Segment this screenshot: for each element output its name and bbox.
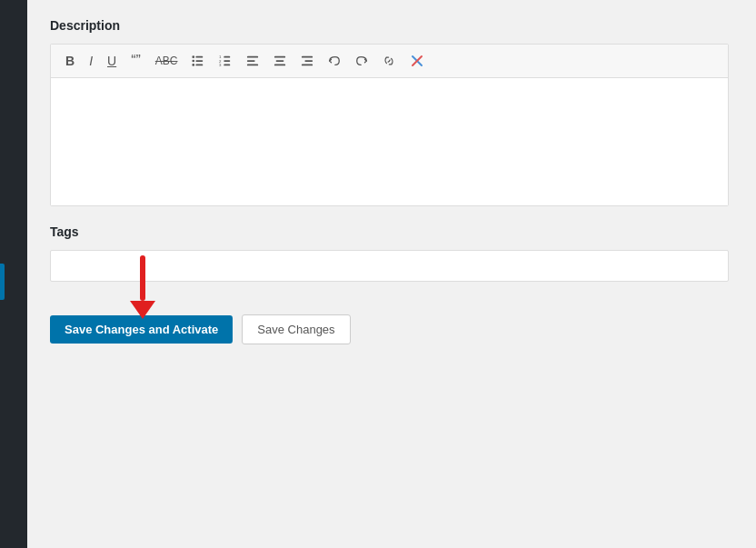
strikethrough-button[interactable]: ABC (150, 52, 184, 70)
tags-label: Tags (50, 224, 729, 239)
svg-rect-7 (224, 60, 231, 62)
arrow-indicator (130, 255, 155, 319)
arrow-line (140, 255, 145, 301)
align-center-button[interactable] (268, 51, 292, 71)
clear-format-icon (410, 54, 424, 68)
svg-rect-17 (274, 65, 285, 66)
svg-rect-2 (196, 65, 204, 66)
clear-format-button[interactable] (404, 50, 430, 72)
bold-button[interactable]: B (60, 51, 80, 71)
undo-button[interactable] (323, 51, 346, 71)
svg-point-5 (193, 64, 195, 66)
redo-icon (355, 55, 368, 67)
strikethrough-icon: ABC (155, 55, 178, 66)
svg-rect-6 (224, 56, 231, 58)
svg-text:3: 3 (219, 63, 222, 67)
arrow-head (130, 301, 155, 319)
svg-rect-8 (224, 65, 231, 66)
editor-body[interactable] (51, 78, 728, 205)
save-activate-button[interactable]: Save Changes and Activate (50, 315, 233, 344)
list-ol-icon: 1 2 3 (219, 55, 232, 67)
undo-icon (328, 55, 341, 67)
align-left-button[interactable] (241, 51, 264, 71)
redo-button[interactable] (350, 51, 373, 71)
align-right-icon (301, 55, 313, 67)
svg-rect-18 (302, 56, 313, 58)
svg-rect-16 (276, 60, 284, 62)
unordered-list-button[interactable] (186, 51, 210, 71)
svg-rect-13 (247, 60, 255, 62)
underline-button[interactable]: U (102, 51, 122, 71)
svg-point-4 (193, 60, 195, 63)
buttons-row: Save Changes and Activate Save Changes (50, 314, 729, 344)
svg-point-3 (193, 55, 195, 58)
blockquote-button[interactable]: “” (125, 50, 146, 72)
svg-rect-15 (274, 56, 285, 58)
svg-rect-1 (196, 60, 204, 62)
description-label: Description (50, 18, 729, 33)
align-center-icon (274, 55, 286, 67)
list-ul-icon (192, 55, 204, 67)
editor-toolbar: B I U “” ABC (51, 45, 728, 78)
sidebar (0, 0, 27, 548)
svg-rect-19 (305, 60, 313, 62)
main-content: Description B I U “” ABC (27, 0, 756, 548)
link-icon (383, 55, 395, 67)
svg-rect-12 (247, 56, 258, 58)
sidebar-accent (0, 264, 5, 300)
italic-button[interactable]: I (84, 51, 98, 71)
ordered-list-button[interactable]: 1 2 3 (214, 51, 237, 71)
save-button[interactable]: Save Changes (242, 314, 350, 344)
svg-rect-0 (196, 56, 204, 58)
svg-rect-14 (247, 65, 258, 66)
align-left-icon (246, 55, 259, 67)
align-right-button[interactable] (295, 51, 319, 71)
editor-container: B I U “” ABC (50, 44, 729, 206)
svg-rect-20 (302, 65, 313, 66)
link-button[interactable] (377, 51, 401, 71)
